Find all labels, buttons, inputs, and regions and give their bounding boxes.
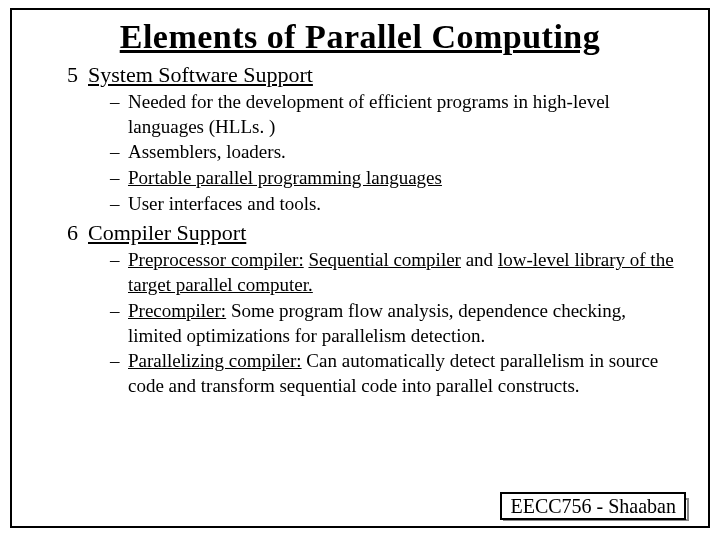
footer: EECC756 - Shaaban — [490, 493, 696, 520]
section-5-list: – Needed for the development of efficien… — [110, 90, 680, 216]
list-item: – Parallelizing compiler: Can automatica… — [110, 349, 680, 398]
dash-icon: – — [110, 140, 128, 165]
list-item: – Needed for the development of efficien… — [110, 90, 680, 139]
section-5: 5 System Software Support – Needed for t… — [50, 62, 690, 216]
list-item: – Preprocessor compiler: Sequential comp… — [110, 248, 680, 297]
dash-icon: – — [110, 192, 128, 217]
dash-icon: – — [110, 90, 128, 139]
section-6-number: 6 — [50, 220, 78, 246]
list-item: – Portable parallel programming language… — [110, 166, 680, 191]
list-item: – Assemblers, loaders. — [110, 140, 680, 165]
item-text: Needed for the development of efficient … — [128, 90, 680, 139]
section-6-list: – Preprocessor compiler: Sequential comp… — [110, 248, 680, 398]
section-6-label: Compiler Support — [88, 220, 246, 246]
list-item: – Precompiler: Some program flow analysi… — [110, 299, 680, 348]
item-text: Assemblers, loaders. — [128, 140, 680, 165]
item-text: Precompiler: Some program flow analysis,… — [128, 299, 680, 348]
item-text: User interfaces and tools. — [128, 192, 680, 217]
item-text: Preprocessor compiler: Sequential compil… — [128, 248, 680, 297]
section-5-heading: 5 System Software Support — [50, 62, 690, 88]
slide-frame: Elements of Parallel Computing 5 System … — [10, 8, 710, 528]
dash-icon: – — [110, 299, 128, 348]
list-item: – User interfaces and tools. — [110, 192, 680, 217]
slide-title: Elements of Parallel Computing — [30, 18, 690, 56]
section-5-number: 5 — [50, 62, 78, 88]
section-6: 6 Compiler Support – Preprocessor compil… — [50, 220, 690, 398]
item-text: Portable parallel programming languages — [128, 166, 680, 191]
dash-icon: – — [110, 166, 128, 191]
footer-label: EECC756 - Shaaban — [500, 492, 686, 520]
section-5-label: System Software Support — [88, 62, 313, 88]
dash-icon: – — [110, 349, 128, 398]
dash-icon: – — [110, 248, 128, 297]
item-text: Parallelizing compiler: Can automaticall… — [128, 349, 680, 398]
section-6-heading: 6 Compiler Support — [50, 220, 690, 246]
